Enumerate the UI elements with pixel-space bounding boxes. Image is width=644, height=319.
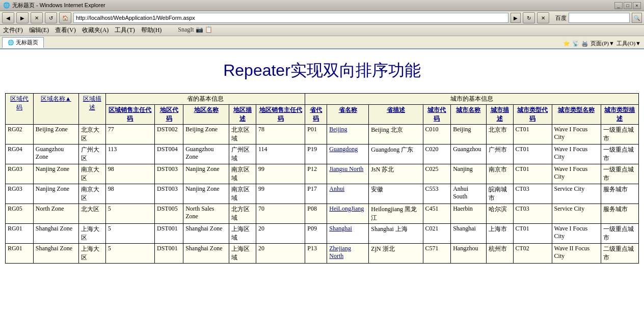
col-header-region-code[interactable]: 区域代码	[6, 94, 34, 125]
col-header-city-code[interactable]: 城市代码	[423, 105, 451, 125]
favorites-icon[interactable]: ⭐	[563, 40, 570, 47]
cell-city_type_code: CT01	[513, 164, 552, 184]
col-header-region-desc[interactable]: 区域描述	[78, 94, 105, 125]
home-button[interactable]: 🏠	[59, 12, 71, 23]
titlebar-left: 🌐 无标题页 - Windows Internet Explorer	[3, 2, 105, 9]
cell-city_desc: 上海市	[486, 224, 513, 244]
cell-city_desc: 广州市	[486, 144, 513, 164]
active-tab[interactable]: 🌐 无标题页	[2, 37, 44, 48]
sort-region-sales[interactable]: 区域销售主任代码	[109, 106, 151, 122]
cell-province_code: P12	[305, 164, 327, 184]
maximize-button[interactable]: □	[624, 2, 632, 9]
sort-region-name[interactable]: 区域名称▲	[41, 95, 71, 102]
cell-district_sales_manager: 99	[256, 184, 305, 204]
cell-city_type_desc: 一级重点城市	[601, 125, 638, 144]
col-header-region-name[interactable]: 区域名称▲	[33, 94, 78, 125]
province-group-header: 省的基本信息	[105, 94, 305, 105]
page-menu[interactable]: 页面(P)▼	[591, 40, 614, 47]
sort-district-sales[interactable]: 地区销售主任代码	[259, 106, 302, 122]
col-header-city-name[interactable]: 城市名称	[451, 105, 486, 125]
sort-city-name[interactable]: 城市名称	[456, 106, 480, 113]
cell-province_code: P01	[305, 125, 327, 144]
rss-icon[interactable]: 📡	[572, 40, 579, 47]
menu-favorites[interactable]: 收藏夹(A)	[82, 26, 109, 35]
sort-province-code[interactable]: 省代码	[310, 106, 322, 122]
go-button[interactable]: ▶	[511, 13, 521, 23]
cell-region_sales_manager: 98	[105, 184, 154, 204]
col-header-city-type-code[interactable]: 城市类型代码	[513, 105, 552, 125]
cell-city_name: Anhui South	[451, 184, 486, 204]
sort-region-desc[interactable]: 区域描述	[83, 95, 101, 111]
cell-city_code: C571	[423, 244, 451, 264]
cell-province_name[interactable]: Zhejiang North	[327, 244, 369, 264]
main-table: 区域代码 区域名称▲ 区域描述 省的基本信息 城市的基本信息 区域销售主任代码 …	[5, 93, 639, 264]
col-header-city-desc[interactable]: 城市描述	[486, 105, 513, 125]
cell-region_code: RG05	[6, 204, 34, 224]
cell-province_desc: Heilongjiang 黑龙江	[369, 204, 423, 224]
col-header-district-name[interactable]: 地区名称	[183, 105, 229, 125]
col-header-district-desc[interactable]: 地区描述	[229, 105, 256, 125]
cell-province_name[interactable]: Beijing	[327, 125, 369, 144]
cell-city_type_name: Wave I Focus City	[552, 125, 601, 144]
col-header-district-code[interactable]: 地区代码	[155, 105, 183, 125]
stop-btn2[interactable]: ✕	[537, 12, 549, 23]
search-button[interactable]: 🔍	[632, 13, 642, 23]
sort-district-code[interactable]: 地区代码	[160, 106, 178, 122]
cell-city_desc: 南京市	[486, 164, 513, 184]
sort-province-desc[interactable]: 省描述	[387, 106, 405, 113]
cell-province_name[interactable]: Anhui	[327, 184, 369, 204]
refresh-button[interactable]: ↺	[45, 12, 57, 23]
menu-view[interactable]: 查看(V)	[55, 26, 76, 35]
cell-region_desc: 上海大区	[78, 244, 105, 264]
cell-district_code: DST005	[155, 204, 183, 224]
menu-edit[interactable]: 编辑(E)	[29, 26, 49, 35]
cell-region_sales_manager: 113	[105, 144, 154, 164]
cell-city_desc: 皖南城市	[486, 184, 513, 204]
cell-province_name[interactable]: HeiLongJiang	[327, 204, 369, 224]
cell-region_code: RG01	[6, 244, 34, 264]
search-input[interactable]	[569, 13, 630, 23]
cell-district_sales_manager: 99	[256, 164, 305, 184]
address-input[interactable]	[73, 13, 508, 23]
cell-district_sales_manager: 114	[256, 144, 305, 164]
tools-menu[interactable]: 工具(O)▼	[616, 40, 641, 47]
print-icon[interactable]: 🖨️	[581, 40, 588, 47]
col-header-province-desc[interactable]: 省描述	[369, 105, 423, 125]
col-header-region-sales[interactable]: 区域销售主任代码	[105, 105, 154, 125]
minimize-button[interactable]: _	[614, 2, 623, 9]
col-header-province-code[interactable]: 省代码	[305, 105, 327, 125]
cell-region_desc: 广州大区	[78, 144, 105, 164]
menu-tools[interactable]: 工具(T)	[115, 26, 135, 35]
back-button[interactable]: ◀	[2, 12, 14, 23]
sort-city-desc[interactable]: 城市描述	[491, 106, 509, 122]
col-header-city-type-name[interactable]: 城市类型名称	[552, 105, 601, 125]
sort-city-type-desc[interactable]: 城市类型描述	[604, 106, 635, 122]
cell-province_name[interactable]: Shanghai	[327, 224, 369, 244]
search-label: 百度	[555, 14, 567, 22]
sort-district-desc[interactable]: 地区描述	[233, 106, 252, 122]
cell-province_code: P08	[305, 204, 327, 224]
forward-button[interactable]: ▶	[16, 12, 29, 23]
tab-favicon: 🌐	[8, 40, 14, 45]
menu-file[interactable]: 文件(F)	[3, 26, 23, 35]
cell-region_name: Beijing Zone	[33, 125, 78, 144]
cell-city_type_desc: 二级重点城市	[601, 244, 638, 264]
menu-help[interactable]: 帮助(H)	[141, 26, 162, 35]
cell-city_type_name: Wave I Focus City	[552, 164, 601, 184]
close-button[interactable]: ×	[633, 2, 641, 9]
sort-district-name[interactable]: 地区名称	[194, 106, 219, 113]
cell-province_name[interactable]: Guangdong	[327, 144, 369, 164]
sort-city-type-code[interactable]: 城市类型代码	[517, 106, 548, 122]
col-header-district-sales[interactable]: 地区销售主任代码	[256, 105, 305, 125]
refresh-btn2[interactable]: ↻	[523, 12, 535, 23]
stop-button[interactable]: ✕	[31, 12, 43, 23]
cell-province_name[interactable]: Jiangsu North	[327, 164, 369, 184]
cell-province_desc: JsN 苏北	[369, 164, 423, 184]
col-header-city-type-desc[interactable]: 城市类型描述	[601, 105, 638, 125]
sort-city-type-name[interactable]: 城市类型名称	[558, 106, 595, 113]
sort-province-name[interactable]: 省名称	[339, 106, 357, 113]
sort-region-code[interactable]: 区域代码	[10, 95, 29, 111]
table-row: RG02Beijing Zone北京大区77DST002Beijing Zone…	[6, 125, 639, 144]
col-header-province-name[interactable]: 省名称	[327, 105, 369, 125]
sort-city-code[interactable]: 城市代码	[427, 106, 446, 122]
